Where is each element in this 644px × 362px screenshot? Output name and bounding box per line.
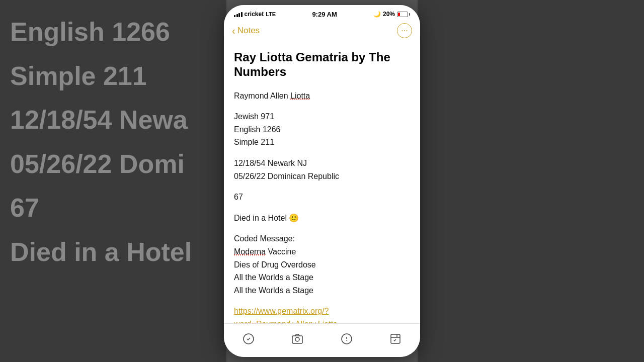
background-left: English 1266 Simple 211 12/18/54 Newa 05… [0, 0, 226, 362]
code-3: All the Worlds a Stage [234, 271, 410, 284]
gematrix-link[interactable]: https://www.gematrix.org/?word=Raymond+A… [234, 307, 338, 323]
more-icon: ··· [401, 26, 408, 35]
death-note: Died in a Hotel 🙂 [234, 212, 410, 225]
death-date: 05/26/22 Dominican Republic [234, 170, 410, 183]
link-block[interactable]: https://www.gematrix.org/?word=Raymond+A… [234, 305, 410, 323]
marker-button[interactable] [337, 329, 357, 349]
check-button[interactable] [238, 329, 259, 349]
bg-line2: Simple 211 [10, 59, 216, 94]
edit-icon [389, 333, 401, 345]
liotta-underline: Liotta [290, 92, 310, 100]
bottom-toolbar [224, 323, 420, 357]
battery-percent: 20% [383, 11, 395, 18]
bg-line3: 12/18/54 Newa [10, 103, 216, 137]
bg-line5: 67 [10, 191, 216, 225]
code-4: All the Worlds a Stage [234, 284, 410, 297]
note-body: Raymond Allen Liotta Jewish 971 English … [234, 89, 410, 323]
jewish-value: Jewish 971 [234, 110, 410, 123]
more-button[interactable]: ··· [397, 23, 412, 38]
full-name: Raymond Allen Liotta [234, 89, 410, 103]
battery-icon [397, 12, 410, 17]
code-1: Moderna Vaccine [234, 245, 410, 258]
check-icon [243, 333, 255, 345]
liotta-link-underline: Liotta [318, 320, 338, 323]
chevron-left-icon: ‹ [232, 25, 235, 37]
bg-line1: English 1266 [10, 15, 216, 49]
status-left: cricket LTE [234, 11, 276, 18]
svg-point-2 [295, 337, 299, 341]
phone-frame: cricket LTE 9:29 AM 🌙 20% ‹ Notes ··· Ra… [224, 5, 420, 357]
simple-value: Simple 211 [234, 136, 410, 149]
marker-icon [341, 333, 353, 345]
moderna-underline: Moderna [234, 247, 266, 256]
death-block: Died in a Hotel 🙂 [234, 212, 410, 225]
back-button[interactable]: ‹ Notes [232, 25, 260, 37]
svg-rect-6 [391, 334, 400, 343]
coded-message-block: Coded Message: Moderna Vaccine Dies of D… [234, 232, 410, 297]
note-title: Ray Liotta Gematria by The Numbers [234, 50, 410, 79]
age: 67 [234, 191, 410, 204]
note-content: Ray Liotta Gematria by The Numbers Raymo… [224, 42, 420, 323]
status-bar: cricket LTE 9:29 AM 🌙 20% [224, 5, 420, 21]
signal-icon [234, 11, 243, 17]
gematria-block: Jewish 971 English 1266 Simple 211 [234, 110, 410, 149]
full-name-block: Raymond Allen Liotta [234, 89, 410, 103]
dates-block: 12/18/54 Newark NJ 05/26/22 Dominican Re… [234, 157, 410, 183]
moon-icon: 🌙 [373, 11, 381, 18]
network-label: LTE [266, 11, 276, 17]
status-right: 🌙 20% [373, 11, 410, 18]
code-2: Dies of Drug Overdose [234, 258, 410, 272]
birth-date: 12/18/54 Newark NJ [234, 157, 410, 170]
bg-line4: 05/26/22 Domi [10, 147, 216, 182]
bg-line6: Died in a Hotel [10, 235, 216, 269]
camera-icon [291, 333, 303, 345]
age-block: 67 [234, 191, 410, 204]
time-display: 9:29 AM [312, 11, 337, 18]
carrier-label: cricket [245, 11, 264, 18]
smile-emoji: 🙂 [289, 214, 299, 222]
background-right [418, 0, 644, 362]
coded-label: Coded Message: [234, 232, 410, 245]
back-label: Notes [237, 26, 260, 36]
camera-button[interactable] [287, 329, 307, 349]
edit-button[interactable] [385, 329, 406, 349]
english-value: English 1266 [234, 123, 410, 136]
navigation-bar: ‹ Notes ··· [224, 21, 420, 42]
